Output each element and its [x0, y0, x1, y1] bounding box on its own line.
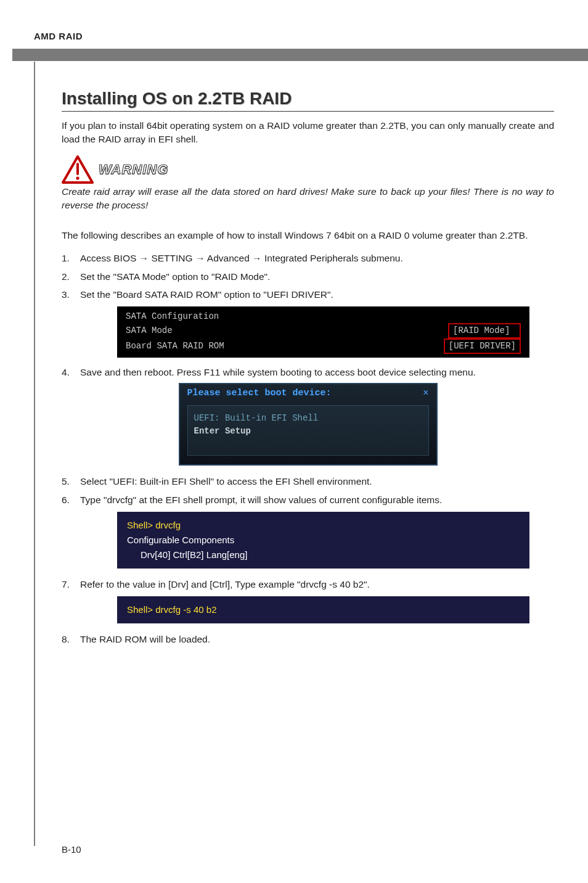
- page-title: Installing OS on 2.2TB RAID: [62, 89, 554, 112]
- step-text: Type "drvcfg" at the EFI shell prompt, i…: [80, 493, 554, 507]
- svg-point-2: [76, 176, 79, 179]
- step-number: 3.: [62, 287, 80, 302]
- shell-line: Drv[40] Ctrl[B2] Lang[eng]: [127, 548, 520, 562]
- step-text: Refer to the value in [Drv] and [Ctrl], …: [80, 577, 554, 591]
- steps-list: 4.Save and then reboot. Press F11 while …: [62, 365, 554, 379]
- bios-label: Board SATA RAID ROM: [126, 340, 224, 353]
- step-number: 4.: [62, 365, 80, 379]
- close-icon: ×: [423, 388, 429, 399]
- bios-line: SATA Configuration: [126, 310, 219, 323]
- steps-list: 7.Refer to the value in [Drv] and [Ctrl]…: [62, 577, 554, 591]
- bios-screenshot: SATA Configuration SATA Mode [RAID Mode]…: [117, 306, 529, 358]
- step-number: 8.: [62, 632, 80, 646]
- step-number: 5.: [62, 474, 80, 488]
- bios-value: [RAID Mode]: [448, 323, 521, 339]
- shell-line: Configurable Components: [127, 533, 520, 548]
- step-text: Save and then reboot. Press F11 while sy…: [80, 365, 554, 379]
- shell-prompt: Shell> drvcfg -s 40 b2: [127, 602, 520, 617]
- warning-label: WARNING: [99, 162, 168, 178]
- header-bar: [12, 49, 588, 61]
- step-text: Select "UEFI: Built-in EFI Shell" to acc…: [80, 474, 554, 488]
- boot-dialog-screenshot: Please select boot device: × UEFI: Built…: [179, 383, 438, 466]
- step-text: Set the "Board SATA RAID ROM" option to …: [80, 287, 554, 302]
- shell-prompt: Shell> drvcfg: [127, 518, 520, 533]
- step-number: 1.: [62, 251, 80, 265]
- intro-text: If you plan to install 64bit operating s…: [62, 119, 554, 147]
- step-text: Set the "SATA Mode" option to "RAID Mode…: [80, 269, 554, 284]
- example-intro: The following describes an example of ho…: [62, 229, 554, 242]
- step-number: 7.: [62, 577, 80, 591]
- section-label: AMD RAID: [34, 31, 554, 41]
- bios-value: [UEFI DRIVER]: [444, 339, 521, 354]
- step-number: 2.: [62, 269, 80, 284]
- step-text: Access BIOS → SETTING → Advanced → Integ…: [80, 251, 554, 265]
- step-number: 6.: [62, 493, 80, 507]
- warning-row: WARNING: [62, 155, 554, 184]
- boot-dialog-options: UEFI: Built-in EFI Shell Enter Setup: [187, 405, 429, 456]
- shell-output: Shell> drvcfg Configurable Components Dr…: [117, 512, 529, 569]
- warning-note: Create raid array will erase all the dat…: [62, 185, 554, 213]
- steps-list: 5.Select "UEFI: Built-in EFI Shell" to a…: [62, 474, 554, 507]
- step-text: The RAID ROM will be loaded.: [80, 632, 554, 646]
- steps-list: 1.Access BIOS → SETTING → Advanced → Int…: [62, 251, 554, 302]
- steps-list: 8.The RAID ROM will be loaded.: [62, 632, 554, 646]
- boot-option: UEFI: Built-in EFI Shell: [194, 412, 422, 425]
- boot-dialog-title: Please select boot device:: [187, 388, 332, 399]
- left-rule: [34, 62, 35, 846]
- warning-icon: [62, 155, 94, 184]
- shell-output: Shell> drvcfg -s 40 b2: [117, 596, 529, 623]
- bios-label: SATA Mode: [126, 324, 173, 337]
- page-number: B-10: [62, 844, 81, 855]
- boot-option: Enter Setup: [194, 425, 422, 438]
